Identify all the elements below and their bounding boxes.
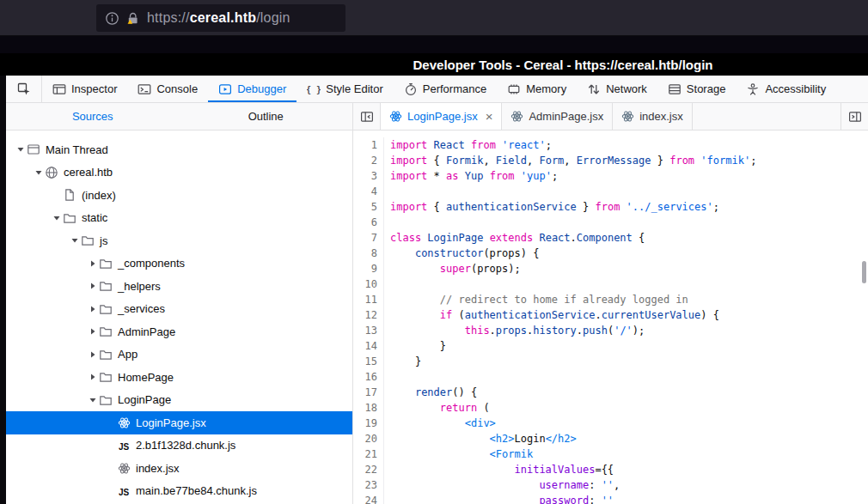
twisty-icon[interactable] [15,145,27,154]
code-line-text[interactable]: username: '', [384,477,620,493]
line-number[interactable]: 17 [353,385,384,400]
twisty-icon[interactable] [87,259,99,268]
line-number[interactable]: 14 [353,338,384,354]
tree-item-loginpage-jsx[interactable]: LoginPage.jsx [6,411,352,434]
line-number[interactable]: 3 [353,168,384,184]
code-line-text[interactable]: class LoginPage extends React.Component … [384,230,645,246]
line-number[interactable]: 5 [353,199,384,215]
code-line-text[interactable] [384,215,390,230]
line-number[interactable]: 10 [353,276,384,292]
code-line-text[interactable]: import React from 'react'; [384,137,552,153]
tree-item-services[interactable]: _services [6,298,352,321]
url-bar[interactable]: https://cereal.htb/login [96,4,345,32]
line-number[interactable]: 23 [353,477,384,493]
tree-item-homepage[interactable]: HomePage [6,366,352,389]
expand-panes-button[interactable] [840,103,868,130]
line-number[interactable]: 15 [353,354,384,369]
tree-item-components[interactable]: _components [6,252,352,276]
line-number[interactable]: 2 [353,153,384,168]
code-line-text[interactable]: super(props); [384,261,521,276]
line-number[interactable]: 20 [353,431,384,446]
pick-element-button[interactable] [6,76,42,102]
code-line-text[interactable] [384,276,390,292]
collapse-sources-pane-button[interactable] [353,103,381,130]
twisty-icon[interactable] [33,168,45,177]
line-number[interactable]: 12 [353,307,384,323]
line-number[interactable]: 8 [353,246,384,261]
code-editor[interactable]: 1import React from 'react';2import { For… [353,131,868,504]
code-line-text[interactable] [384,369,390,385]
line-number[interactable]: 9 [353,261,384,276]
code-line-text[interactable]: constructor(props) { [384,246,539,261]
tree-item-index-jsx[interactable]: index.jsx [6,457,352,480]
toolbar-tab-storage[interactable]: Storage [657,76,737,102]
tree-item-loginpage[interactable]: LoginPage [6,389,352,412]
toolbar-tab-memory[interactable]: Memory [497,76,577,102]
line-number[interactable]: 18 [353,400,384,416]
tree-item-static[interactable]: static [6,207,352,230]
code-line-text[interactable] [384,184,390,199]
twisty-icon[interactable] [87,282,99,290]
tree-item-main-thread[interactable]: Main Thread [6,138,352,161]
code-line-text[interactable]: import { Formik, Field, Form, ErrorMessa… [384,153,756,168]
line-number[interactable]: 11 [353,292,384,307]
twisty-icon[interactable] [69,236,81,245]
toolbar-tab-console[interactable]: Console [127,76,208,102]
insecure-lock-icon[interactable] [125,11,141,26]
twisty-icon[interactable] [87,305,99,313]
code-line-text[interactable]: import * as Yup from 'yup'; [384,168,558,184]
code-line-text[interactable]: render() { [384,385,477,400]
code-line-text[interactable]: if (authenticationService.currentUserVal… [384,307,719,323]
tree-item-app[interactable]: App [6,343,352,367]
code-line-text[interactable]: this.props.history.push('/'); [384,323,645,338]
tree-item-label: index.jsx [136,462,180,475]
code-line-text[interactable]: return ( [384,400,490,416]
tree-item-main-be77be84-chunk-js[interactable]: JSmain.be77be84.chunk.js [6,480,352,503]
twisty-icon[interactable] [51,214,63,222]
tree-item-cereal-htb[interactable]: cereal.htb [6,161,352,185]
code-line-text[interactable]: } [384,338,446,354]
toolbar-tab-performance[interactable]: Performance [394,76,497,102]
twisty-icon[interactable] [87,373,99,381]
twisty-icon[interactable] [87,350,99,359]
toolbar-tab-debugger[interactable]: Debugger [208,76,296,102]
line-number[interactable]: 6 [353,215,384,230]
code-line-text[interactable]: <Formik [384,446,533,462]
code-line-text[interactable]: // redirect to home if already logged in [384,292,688,307]
tab-outline[interactable]: Outline [180,103,353,130]
editor-tab-index-jsx[interactable]: index.jsx [613,103,693,130]
twisty-icon[interactable] [87,327,99,336]
code-line-text[interactable]: <div> [384,416,496,431]
twisty-icon[interactable] [87,396,99,404]
line-number[interactable]: 16 [353,369,384,385]
tree-item-adminpage[interactable]: AdminPage [6,320,352,343]
tree-item-helpers[interactable]: _helpers [6,275,352,298]
tree-item-index[interactable]: (index) [6,184,352,207]
line-number[interactable]: 13 [353,323,384,338]
code-line-text[interactable]: import { authenticationService } from '.… [384,199,719,215]
code-line-text[interactable]: <h2>Login</h2> [384,431,577,446]
code-line-text[interactable]: password: '' [384,493,614,504]
line-number[interactable]: 4 [353,184,384,199]
toolbar-tab-accessibility[interactable]: Accessibility [736,76,836,102]
code-line-text[interactable]: initialValues={{ [384,462,614,477]
close-tab-icon[interactable]: × [486,110,493,123]
tree-item-2-b1f1328d-chunk-js[interactable]: JS2.b1f1328d.chunk.js [6,434,352,458]
tab-sources[interactable]: Sources [6,103,180,130]
line-number[interactable]: 19 [353,416,384,431]
editor-tab-loginpage-jsx[interactable]: LoginPage.jsx× [381,103,502,130]
line-number[interactable]: 21 [353,446,384,462]
line-number[interactable]: 24 [353,493,384,504]
editor-scrollbar-thumb[interactable] [862,261,866,283]
line-number[interactable]: 7 [353,230,384,246]
code-line-text[interactable]: } [384,354,421,369]
info-icon[interactable] [105,11,119,26]
line-number[interactable]: 1 [353,137,384,153]
toolbar-tab-network[interactable]: Network [577,76,657,102]
editor-tab-adminpage-jsx[interactable]: AdminPage.jsx [502,103,613,130]
source-tree: Main Threadcereal.htb(index)staticjs_com… [6,131,353,504]
line-number[interactable]: 22 [353,462,384,477]
toolbar-tab-style-editor[interactable]: { }Style Editor [296,76,393,102]
tree-item-js[interactable]: js [6,229,352,252]
toolbar-tab-inspector[interactable]: Inspector [42,76,127,102]
